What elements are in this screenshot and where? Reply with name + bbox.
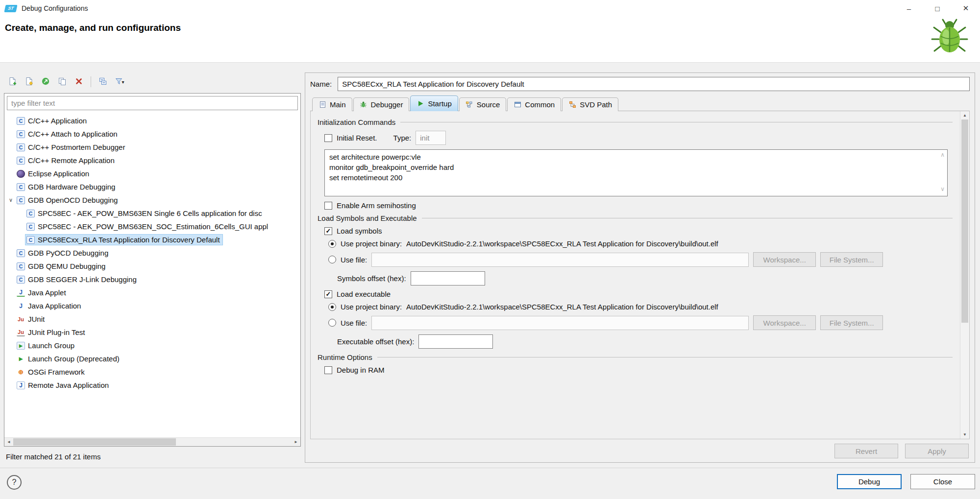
help-button[interactable]: ? <box>7 475 22 490</box>
debug-bug-image <box>931 18 968 57</box>
tree-item[interactable]: JuJUnit Plug-in Test <box>4 326 300 339</box>
tree-item[interactable]: CGDB Hardware Debugging <box>4 180 300 193</box>
debug-in-ram-checkbox[interactable] <box>324 366 332 374</box>
tree-item[interactable]: CGDB SEGGER J-Link Debugging <box>4 273 300 286</box>
executable-use-file-label: Use file: <box>341 319 367 327</box>
apply-button[interactable]: Apply <box>905 444 969 458</box>
symbols-filesystem-button[interactable]: File System... <box>820 252 883 267</box>
tree-item[interactable]: ∨CGDB OpenOCD Debugging <box>4 193 300 207</box>
osgi-icon: ⊕ <box>17 368 25 376</box>
hscroll-thumb[interactable] <box>13 438 176 446</box>
tab-main[interactable]: Main <box>312 97 352 111</box>
initial-reset-label: Initial Reset. <box>337 134 377 142</box>
new-launch-prototype-button[interactable] <box>22 75 36 89</box>
initial-reset-checkbox[interactable] <box>324 134 332 142</box>
close-window-button[interactable]: ✕ <box>952 0 980 17</box>
enable-arm-semihosting-label: Enable Arm semihosting <box>337 201 416 210</box>
scroll-down-icon[interactable]: ▼ <box>960 430 969 439</box>
chevron-expanded-icon[interactable]: ∨ <box>6 197 15 203</box>
symbols-file-input <box>371 253 749 267</box>
close-button[interactable]: Close <box>910 474 975 489</box>
vscroll-thumb[interactable] <box>961 119 968 323</box>
section-divider <box>377 357 953 357</box>
scroll-right-icon[interactable]: ► <box>292 438 300 446</box>
symbols-workspace-button[interactable]: Workspace... <box>753 252 816 267</box>
filter-configurations-button[interactable]: ▾ <box>112 75 127 89</box>
debug-button[interactable]: Debug <box>837 474 902 489</box>
symbols-use-project-binary-label: Use project binary: <box>341 239 402 248</box>
tree-item[interactable]: CSPC58ECxx_RLA Test Application for Disc… <box>4 233 300 246</box>
tree-item[interactable]: JJava Application <box>4 299 300 312</box>
c-icon: C <box>17 276 25 284</box>
tree-item-label: JUnit <box>28 315 45 323</box>
symbols-use-project-binary-radio[interactable] <box>328 240 336 248</box>
applet-icon: J <box>17 289 25 297</box>
c-icon: C <box>17 262 25 270</box>
executable-workspace-button[interactable]: Workspace... <box>753 315 816 330</box>
scroll-up-icon[interactable]: ▲ <box>960 111 969 119</box>
tree-item[interactable]: Eclipse Application <box>4 167 300 180</box>
tab-source[interactable]: Source <box>459 97 507 111</box>
section-title: Load Symbols and Executable <box>318 214 417 222</box>
maximize-button[interactable]: □ <box>923 0 952 17</box>
tree-item[interactable]: JRemote Java Application <box>4 379 300 392</box>
tree-item[interactable]: JuJUnit <box>4 312 300 326</box>
tree-item-label: SPC58EC - AEK_POW_BMS63EN_SOC_Estimation… <box>38 222 268 231</box>
symbols-offset-input[interactable] <box>411 271 485 285</box>
tree-item[interactable]: ⊕OSGi Framework <box>4 365 300 379</box>
executable-use-file-radio[interactable] <box>328 319 336 327</box>
launch-group-deprecated-icon: ▶ <box>17 355 25 363</box>
tree-item[interactable]: JJava Applet <box>4 286 300 299</box>
tree-item-label: GDB Hardware Debugging <box>28 183 115 191</box>
enable-arm-semihosting-checkbox[interactable] <box>324 202 332 210</box>
new-launch-configuration-button[interactable] <box>5 75 20 89</box>
export-launch-configurations-button[interactable] <box>38 75 53 89</box>
window-header-area: ST Debug Configurations – □ ✕ Create, ma… <box>0 0 980 63</box>
textarea-scroll-up-icon[interactable]: ∧ <box>940 151 945 158</box>
filter-input[interactable] <box>7 96 298 110</box>
tree-item[interactable]: ▶Launch Group (Deprecated) <box>4 352 300 365</box>
scroll-left-icon[interactable]: ◄ <box>4 438 13 446</box>
collapse-all-icon <box>98 77 107 87</box>
tab-label: Debugger <box>371 100 403 109</box>
textarea-scroll-down-icon[interactable]: ∨ <box>940 186 945 192</box>
tree-item[interactable]: CGDB QEMU Debugging <box>4 260 300 273</box>
symbols-use-file-radio[interactable] <box>328 256 336 263</box>
tree-item-label: JUnit Plug-in Test <box>28 328 85 336</box>
remote-java-icon: J <box>17 381 25 389</box>
revert-button[interactable]: Revert <box>834 444 898 458</box>
filter-dropdown-icon[interactable]: ▾ <box>122 79 124 85</box>
duplicate-configuration-button[interactable] <box>55 75 70 89</box>
window-title: Debug Configurations <box>22 4 88 12</box>
collapse-all-button[interactable] <box>96 75 110 89</box>
tree-item[interactable]: CC/C++ Application <box>4 114 300 127</box>
executable-use-project-binary-radio[interactable] <box>328 303 336 311</box>
executable-filesystem-button[interactable]: File System... <box>820 315 883 330</box>
filter-status: Filter matched 21 of 21 items <box>6 452 100 461</box>
tree-item[interactable]: CC/C++ Remote Application <box>4 154 300 167</box>
config-name-input[interactable] <box>338 77 970 91</box>
tab-common[interactable]: Common <box>507 97 561 111</box>
tab-debugger[interactable]: Debugger <box>353 97 410 111</box>
tree-item[interactable]: CSPC58EC - AEK_POW_BMS63EN Single 6 Cell… <box>4 207 300 220</box>
horizontal-scrollbar[interactable]: ◄ ► <box>4 437 300 446</box>
tree-item[interactable]: CGDB PyOCD Debugging <box>4 246 300 260</box>
vertical-scrollbar[interactable]: ▲ ▼ <box>960 111 969 439</box>
tree-item[interactable]: ▶Launch Group <box>4 339 300 352</box>
delete-configuration-button[interactable] <box>72 75 86 89</box>
tree-item[interactable]: CSPC58EC - AEK_POW_BMS63EN_SOC_Estimatio… <box>4 220 300 233</box>
tab-startup[interactable]: Startup <box>410 95 458 111</box>
tree-item-label: C/C++ Application <box>28 117 87 125</box>
tree-item-label: Java Application <box>28 302 81 310</box>
load-executable-checkbox[interactable] <box>324 290 332 298</box>
tab-label: Main <box>330 100 346 109</box>
tree-item[interactable]: CC/C++ Postmortem Debugger <box>4 141 300 154</box>
minimize-button[interactable]: – <box>895 0 923 17</box>
tree-item[interactable]: CC/C++ Attach to Application <box>4 127 300 141</box>
load-symbols-checkbox[interactable] <box>324 227 332 235</box>
executable-offset-input[interactable] <box>418 334 493 349</box>
tab-svd-path[interactable]: SVD Path <box>562 97 618 111</box>
tree-item-label: GDB SEGGER J-Link Debugging <box>28 275 137 284</box>
init-commands-textarea[interactable]: set architecture powerpc:vle monitor gdb… <box>324 149 948 196</box>
new-prototype-icon <box>25 77 33 87</box>
